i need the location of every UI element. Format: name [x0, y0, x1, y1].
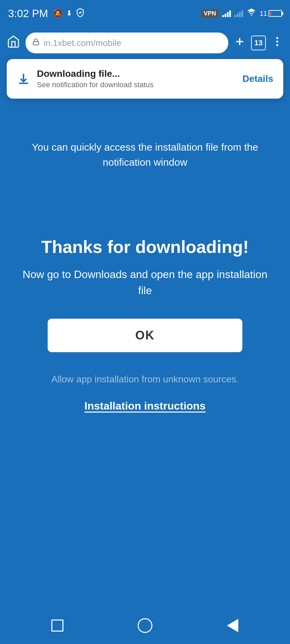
details-button[interactable]: Details: [242, 73, 273, 84]
download-arrow-icon: [17, 72, 30, 86]
status-time: 3:02 PM: [8, 7, 48, 20]
home-button[interactable]: [7, 35, 20, 51]
svg-point-6: [276, 44, 278, 46]
url-text: in.1xbet.com/mobile: [44, 38, 121, 48]
nav-stop-button[interactable]: [47, 615, 67, 636]
download-status-icon: ⬇: [66, 9, 72, 18]
notification-hint-text: You can quickly access the installation …: [0, 140, 290, 170]
status-bar: 3:02 PM 🔕 ⬇ VPN: [0, 0, 290, 27]
unknown-sources-text: Allow app installation from unknown sour…: [25, 372, 266, 386]
back-icon: [227, 619, 238, 632]
browser-actions: 13: [234, 36, 283, 51]
thanks-title: Thanks for downloading!: [20, 237, 270, 257]
download-card-text: Downloading file... See notification for…: [37, 68, 153, 89]
url-domain: in.1xbet.com: [44, 38, 93, 48]
nav-back-button[interactable]: [223, 615, 243, 636]
status-icons: 🔕 ⬇: [53, 8, 85, 19]
bottom-nav: [0, 607, 290, 644]
svg-rect-1: [33, 42, 39, 45]
installation-instructions-link[interactable]: Installation instructions: [85, 400, 206, 412]
home-circle-icon: [138, 618, 152, 633]
browser-bar: in.1xbet.com/mobile 13: [0, 27, 290, 59]
thanks-section: Thanks for downloading! Now go to Downlo…: [0, 237, 290, 299]
wifi-icon: [246, 8, 256, 19]
shield-icon: [76, 8, 85, 19]
vpn-badge: VPN: [201, 9, 219, 18]
download-notification-card: Downloading file... See notification for…: [7, 59, 283, 99]
url-bar[interactable]: in.1xbet.com/mobile: [26, 33, 228, 53]
svg-point-0: [251, 15, 252, 16]
download-subtitle: See notification for download status: [37, 80, 153, 89]
stop-icon: [51, 620, 63, 632]
battery-percent: 11: [260, 10, 267, 17]
battery-container: 11: [260, 10, 282, 17]
url-path: /mobile: [93, 38, 121, 48]
tab-count-button[interactable]: 13: [251, 36, 266, 50]
download-card-left: Downloading file... See notification for…: [17, 68, 153, 89]
status-left: 3:02 PM 🔕 ⬇: [8, 7, 85, 20]
lock-icon: [32, 38, 40, 48]
signal-bars-1: [222, 10, 231, 17]
thanks-subtitle: Now go to Downloads and open the app ins…: [20, 266, 270, 299]
download-title: Downloading file...: [37, 68, 153, 79]
nav-home-button[interactable]: [135, 615, 155, 636]
more-options-button[interactable]: [271, 36, 283, 51]
svg-point-5: [276, 41, 278, 43]
new-tab-button[interactable]: [234, 36, 246, 51]
main-content: You can quickly access the installation …: [0, 59, 290, 644]
tab-count: 13: [254, 39, 262, 47]
status-right: VPN 11: [201, 8, 282, 19]
battery-icon: [269, 10, 282, 17]
notification-muted-icon: 🔕: [53, 9, 63, 18]
signal-bars-2: [234, 10, 243, 17]
ok-button[interactable]: OK: [48, 319, 242, 352]
svg-point-4: [276, 37, 278, 39]
